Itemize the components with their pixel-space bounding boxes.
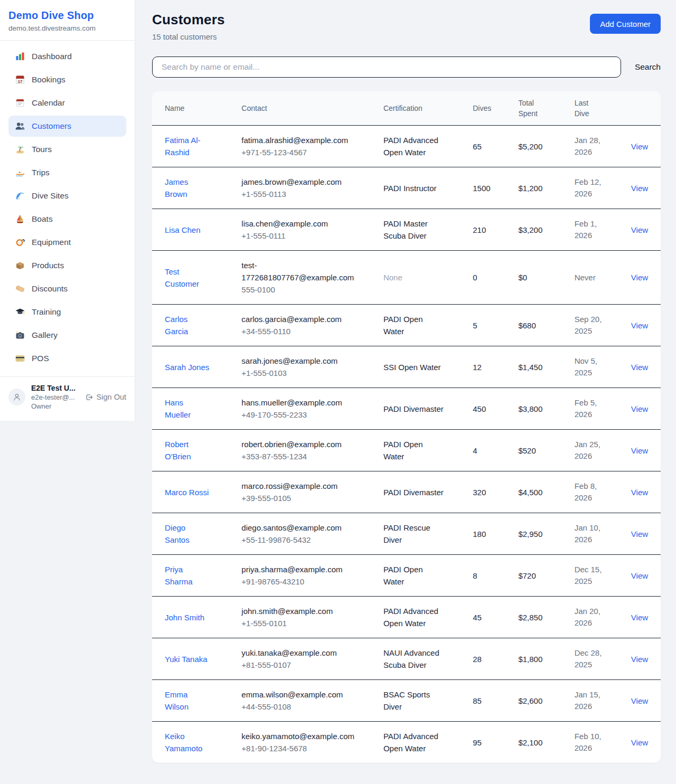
sidebar-item-trips[interactable]: Trips bbox=[8, 162, 126, 183]
customer-total-spent: $680 bbox=[518, 321, 536, 330]
customer-name-cell: Keiko Yamamoto bbox=[152, 722, 241, 763]
customer-contact-cell: hans.mueller@example.com+49-170-555-2233 bbox=[241, 388, 383, 430]
sidebar-item-calendar[interactable]: Calendar bbox=[8, 92, 126, 114]
customer-name-cell: Test Customer bbox=[152, 251, 241, 305]
view-customer-link[interactable]: View bbox=[631, 655, 648, 664]
bookings-icon: 17 bbox=[15, 74, 25, 85]
view-customer-link[interactable]: View bbox=[631, 321, 648, 330]
customer-name-link[interactable]: Lisa Chen bbox=[165, 224, 201, 236]
sign-out-button[interactable]: Sign Out bbox=[84, 393, 126, 402]
customer-phone: +49-170-555-2233 bbox=[241, 409, 353, 421]
customer-name-link[interactable]: Sarah Jones bbox=[165, 361, 209, 373]
customer-name-link[interactable]: Diego Santos bbox=[165, 522, 211, 546]
customer-phone: +1-555-0113 bbox=[241, 188, 353, 200]
customer-last-dive: Feb 5, 2026 bbox=[575, 397, 608, 420]
sidebar-item-bookings[interactable]: 17Bookings bbox=[8, 69, 126, 90]
customer-contact-cell: keiko.yamamoto@example.com+81-90-1234-56… bbox=[241, 722, 383, 763]
sidebar-item-label: Discounts bbox=[32, 284, 68, 294]
customer-name-link[interactable]: Keiko Yamamoto bbox=[165, 730, 211, 754]
view-customer-link[interactable]: View bbox=[631, 571, 648, 580]
customer-phone: +55-11-99876-5432 bbox=[241, 534, 353, 546]
customer-dives-cell: 5 bbox=[473, 305, 518, 346]
main-header: Customers 15 total customers Add Custome… bbox=[152, 12, 661, 41]
sidebar-item-equipment[interactable]: Equipment bbox=[8, 232, 126, 253]
customer-dives-cell: 4 bbox=[473, 430, 518, 471]
sidebar-item-dive-sites[interactable]: Dive Sites bbox=[8, 185, 126, 206]
customer-last-dive: Feb 8, 2026 bbox=[575, 480, 608, 504]
sidebar-item-tours[interactable]: Tours bbox=[8, 139, 126, 160]
customer-name-link[interactable]: Marco Rossi bbox=[165, 486, 209, 498]
customer-name-link[interactable]: Priya Sharma bbox=[165, 563, 211, 588]
customer-contact-cell: diego.santos@example.com+55-11-99876-543… bbox=[241, 513, 383, 555]
sidebar-item-training[interactable]: Training bbox=[8, 301, 126, 323]
view-customer-link[interactable]: View bbox=[631, 613, 648, 622]
customer-view-cell: View bbox=[631, 251, 661, 305]
customer-name-link[interactable]: Robert O'Brien bbox=[165, 438, 211, 462]
customer-dives: 5 bbox=[473, 321, 477, 330]
view-customer-link[interactable]: View bbox=[631, 530, 648, 539]
customer-email: test-1772681807767@example.com bbox=[241, 259, 353, 284]
customer-view-cell: View bbox=[631, 597, 661, 638]
view-customer-link[interactable]: View bbox=[631, 273, 648, 282]
view-customer-link[interactable]: View bbox=[631, 225, 648, 234]
customer-dives: 4 bbox=[473, 446, 477, 455]
customer-email: keiko.yamamoto@example.com bbox=[241, 730, 353, 742]
column-header-actions bbox=[631, 91, 661, 126]
customer-dives-cell: 45 bbox=[473, 597, 518, 638]
title-block: Customers 15 total customers bbox=[152, 12, 225, 41]
column-header-dives: Dives bbox=[473, 91, 518, 126]
customer-name-link[interactable]: Hans Mueller bbox=[165, 396, 211, 421]
view-customer-link[interactable]: View bbox=[631, 404, 648, 413]
customer-certification: PADI Open Water bbox=[383, 563, 445, 588]
customer-name-link[interactable]: Test Customer bbox=[165, 266, 211, 290]
customer-total-spent-cell: $2,100 bbox=[518, 722, 574, 763]
products-icon bbox=[15, 260, 25, 271]
sidebar-item-boats[interactable]: Boats bbox=[8, 209, 126, 230]
customer-certification-cell: BSAC Sports Diver bbox=[383, 680, 473, 722]
customer-name-link[interactable]: Fatima Al-Rashid bbox=[165, 134, 211, 158]
sidebar-item-pos[interactable]: POS bbox=[8, 348, 126, 369]
customer-total-spent: $5,200 bbox=[518, 142, 542, 151]
table-row: Sarah Jonessarah.jones@example.com+1-555… bbox=[152, 346, 661, 388]
customer-email: diego.santos@example.com bbox=[241, 522, 353, 534]
customer-name-cell: Sarah Jones bbox=[152, 346, 241, 388]
search-button[interactable]: Search bbox=[621, 62, 661, 72]
customer-email: lisa.chen@example.com bbox=[241, 218, 353, 230]
sidebar-item-discounts[interactable]: Discounts bbox=[8, 278, 126, 299]
search-input[interactable] bbox=[152, 56, 621, 78]
customer-last-dive: Feb 1, 2026 bbox=[575, 218, 608, 241]
customer-last-dive-cell: Never bbox=[575, 251, 631, 305]
sidebar-item-customers[interactable]: Customers bbox=[8, 116, 126, 137]
customer-name-link[interactable]: Yuki Tanaka bbox=[165, 653, 208, 665]
customer-view-cell: View bbox=[631, 638, 661, 680]
customer-email: robert.obrien@example.com bbox=[241, 438, 353, 450]
customer-name-link[interactable]: John Smith bbox=[165, 611, 204, 624]
customer-last-dive-cell: Nov 5, 2025 bbox=[575, 346, 631, 388]
customer-name-link[interactable]: James Brown bbox=[165, 176, 211, 200]
customer-last-dive-cell: Jan 25, 2026 bbox=[575, 430, 631, 471]
customer-name-link[interactable]: Emma Wilson bbox=[165, 688, 211, 713]
view-customer-link[interactable]: View bbox=[631, 446, 648, 455]
customer-contact-cell: yuki.tanaka@example.com+81-555-0107 bbox=[241, 638, 383, 680]
page-title: Customers bbox=[152, 12, 225, 28]
sidebar-item-dashboard[interactable]: Dashboard bbox=[8, 46, 126, 67]
view-customer-link[interactable]: View bbox=[631, 696, 648, 705]
view-customer-link[interactable]: View bbox=[631, 184, 648, 193]
view-customer-link[interactable]: View bbox=[631, 363, 648, 372]
table-row: Keiko Yamamotokeiko.yamamoto@example.com… bbox=[152, 722, 661, 763]
sidebar-item-gallery[interactable]: Gallery bbox=[8, 325, 126, 346]
view-customer-link[interactable]: View bbox=[631, 738, 648, 747]
brand[interactable]: Demo Dive Shop demo.test.divestreams.com bbox=[0, 0, 135, 41]
column-header-label: Name bbox=[165, 104, 184, 112]
customer-last-dive: Feb 10, 2026 bbox=[575, 731, 608, 754]
customer-certification-cell: None bbox=[383, 251, 473, 305]
customer-dives-cell: 180 bbox=[473, 513, 518, 555]
sidebar-item-products[interactable]: Products bbox=[8, 255, 126, 276]
view-customer-link[interactable]: View bbox=[631, 488, 648, 497]
add-customer-button[interactable]: Add Customer bbox=[590, 14, 661, 34]
customers-icon bbox=[15, 121, 25, 131]
customer-name-link[interactable]: Carlos Garcia bbox=[165, 313, 211, 337]
sidebar-item-label: Bookings bbox=[32, 75, 65, 84]
view-customer-link[interactable]: View bbox=[631, 142, 648, 151]
customer-phone: 555-0100 bbox=[241, 284, 353, 296]
